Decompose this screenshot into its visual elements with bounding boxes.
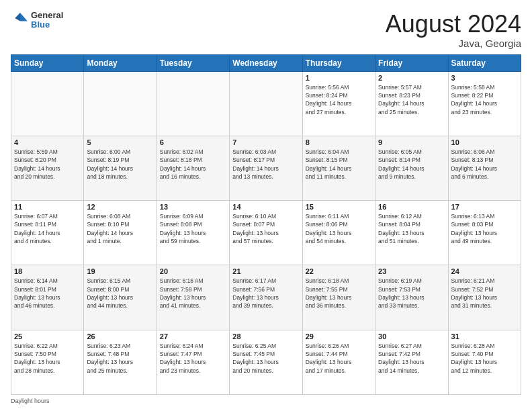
day-info: Sunrise: 6:03 AM Sunset: 8:17 PM Dayligh…: [232, 148, 299, 181]
day-number: 5: [87, 138, 153, 146]
calendar-cell: 26Sunrise: 6:23 AM Sunset: 7:48 PM Dayli…: [84, 330, 157, 394]
day-info: Sunrise: 6:17 AM Sunset: 7:56 PM Dayligh…: [232, 277, 299, 310]
day-info: Sunrise: 6:09 AM Sunset: 8:08 PM Dayligh…: [160, 212, 226, 245]
calendar-cell: 3Sunrise: 5:58 AM Sunset: 8:22 PM Daylig…: [448, 71, 521, 136]
page: General Blue August 2024 Java, Georgia S…: [0, 0, 532, 411]
calendar-week-row: 11Sunrise: 6:07 AM Sunset: 8:11 PM Dayli…: [11, 201, 521, 265]
day-number: 8: [306, 138, 372, 146]
day-number: 28: [232, 332, 299, 340]
day-number: 23: [378, 267, 445, 275]
calendar-cell: 6Sunrise: 6:02 AM Sunset: 8:18 PM Daylig…: [157, 136, 229, 200]
calendar-cell: 9Sunrise: 6:05 AM Sunset: 8:14 PM Daylig…: [375, 136, 448, 200]
calendar-cell: [84, 71, 157, 136]
calendar-cell: 14Sunrise: 6:10 AM Sunset: 8:07 PM Dayli…: [230, 201, 302, 265]
day-number: 16: [378, 203, 445, 211]
calendar-cell: [230, 71, 302, 136]
day-number: 10: [451, 138, 518, 146]
day-number: 31: [451, 332, 518, 340]
calendar-cell: 18Sunrise: 6:14 AM Sunset: 8:01 PM Dayli…: [11, 265, 84, 330]
logo-text: General Blue: [31, 11, 63, 30]
day-number: 25: [14, 332, 81, 340]
calendar-week-row: 25Sunrise: 6:22 AM Sunset: 7:50 PM Dayli…: [11, 330, 521, 394]
calendar-day-header: Tuesday: [157, 54, 229, 71]
location-title: Java, Georgia: [386, 38, 521, 49]
day-info: Sunrise: 5:59 AM Sunset: 8:20 PM Dayligh…: [14, 148, 81, 181]
day-info: Sunrise: 6:25 AM Sunset: 7:45 PM Dayligh…: [232, 342, 299, 375]
day-info: Sunrise: 6:07 AM Sunset: 8:11 PM Dayligh…: [14, 212, 81, 245]
calendar-cell: 16Sunrise: 6:12 AM Sunset: 8:04 PM Dayli…: [375, 201, 448, 265]
day-info: Sunrise: 6:05 AM Sunset: 8:14 PM Dayligh…: [378, 148, 445, 181]
calendar-cell: 23Sunrise: 6:19 AM Sunset: 7:53 PM Dayli…: [375, 265, 448, 330]
day-number: 6: [160, 138, 226, 146]
day-info: Sunrise: 6:06 AM Sunset: 8:13 PM Dayligh…: [451, 148, 518, 181]
calendar-week-row: 4Sunrise: 5:59 AM Sunset: 8:20 PM Daylig…: [11, 136, 521, 200]
day-info: Sunrise: 6:18 AM Sunset: 7:55 PM Dayligh…: [306, 277, 372, 310]
calendar-cell: 4Sunrise: 5:59 AM Sunset: 8:20 PM Daylig…: [11, 136, 84, 200]
day-info: Sunrise: 6:15 AM Sunset: 8:00 PM Dayligh…: [87, 277, 153, 310]
day-number: 4: [14, 138, 81, 146]
calendar-cell: 25Sunrise: 6:22 AM Sunset: 7:50 PM Dayli…: [11, 330, 84, 394]
day-info: Sunrise: 6:27 AM Sunset: 7:42 PM Dayligh…: [378, 342, 445, 375]
day-info: Sunrise: 6:04 AM Sunset: 8:15 PM Dayligh…: [306, 148, 372, 181]
day-info: Sunrise: 6:28 AM Sunset: 7:40 PM Dayligh…: [451, 342, 518, 375]
logo: General Blue: [11, 11, 63, 30]
calendar-day-header: Friday: [375, 54, 448, 71]
calendar-cell: 19Sunrise: 6:15 AM Sunset: 8:00 PM Dayli…: [84, 265, 157, 330]
day-info: Sunrise: 6:26 AM Sunset: 7:44 PM Dayligh…: [306, 342, 372, 375]
day-number: 21: [232, 267, 299, 275]
day-number: 29: [306, 332, 372, 340]
day-info: Sunrise: 6:13 AM Sunset: 8:03 PM Dayligh…: [451, 212, 518, 245]
day-number: 19: [87, 267, 153, 275]
calendar-cell: 22Sunrise: 6:18 AM Sunset: 7:55 PM Dayli…: [302, 265, 375, 330]
day-info: Sunrise: 6:10 AM Sunset: 8:07 PM Dayligh…: [232, 212, 299, 245]
svg-marker-0: [20, 13, 28, 21]
day-info: Sunrise: 6:24 AM Sunset: 7:47 PM Dayligh…: [160, 342, 226, 375]
day-number: 30: [378, 332, 445, 340]
calendar-cell: 11Sunrise: 6:07 AM Sunset: 8:11 PM Dayli…: [11, 201, 84, 265]
day-info: Sunrise: 6:02 AM Sunset: 8:18 PM Dayligh…: [160, 148, 226, 181]
day-info: Sunrise: 5:56 AM Sunset: 8:24 PM Dayligh…: [306, 83, 372, 116]
month-title: August 2024: [386, 11, 521, 38]
calendar-day-header: Thursday: [302, 54, 375, 71]
header: General Blue August 2024 Java, Georgia: [11, 11, 521, 49]
calendar-day-header: Wednesday: [230, 54, 302, 71]
calendar-cell: 10Sunrise: 6:06 AM Sunset: 8:13 PM Dayli…: [448, 136, 521, 200]
calendar-cell: 1Sunrise: 5:56 AM Sunset: 8:24 PM Daylig…: [302, 71, 375, 136]
day-number: 22: [306, 267, 372, 275]
calendar-cell: 31Sunrise: 6:28 AM Sunset: 7:40 PM Dayli…: [448, 330, 521, 394]
day-info: Sunrise: 6:22 AM Sunset: 7:50 PM Dayligh…: [14, 342, 81, 375]
calendar-cell: 27Sunrise: 6:24 AM Sunset: 7:47 PM Dayli…: [157, 330, 229, 394]
day-info: Sunrise: 6:00 AM Sunset: 8:19 PM Dayligh…: [87, 148, 153, 181]
day-number: 20: [160, 267, 226, 275]
day-info: Sunrise: 6:14 AM Sunset: 8:01 PM Dayligh…: [14, 277, 81, 310]
day-number: 9: [378, 138, 445, 146]
svg-marker-1: [15, 13, 20, 21]
calendar-cell: 17Sunrise: 6:13 AM Sunset: 8:03 PM Dayli…: [448, 201, 521, 265]
day-info: Sunrise: 6:08 AM Sunset: 8:10 PM Dayligh…: [87, 212, 153, 245]
calendar-cell: 20Sunrise: 6:16 AM Sunset: 7:58 PM Dayli…: [157, 265, 229, 330]
day-info: Sunrise: 5:57 AM Sunset: 8:23 PM Dayligh…: [378, 83, 445, 116]
day-info: Sunrise: 6:12 AM Sunset: 8:04 PM Dayligh…: [378, 212, 445, 245]
calendar-day-header: Saturday: [448, 54, 521, 71]
calendar-cell: 29Sunrise: 6:26 AM Sunset: 7:44 PM Dayli…: [302, 330, 375, 394]
calendar-cell: [11, 71, 84, 136]
day-info: Sunrise: 6:11 AM Sunset: 8:06 PM Dayligh…: [306, 212, 372, 245]
calendar-header-row: SundayMondayTuesdayWednesdayThursdayFrid…: [11, 54, 521, 71]
logo-blue: Blue: [31, 20, 63, 30]
calendar-day-header: Monday: [84, 54, 157, 71]
day-number: 27: [160, 332, 226, 340]
calendar-cell: 15Sunrise: 6:11 AM Sunset: 8:06 PM Dayli…: [302, 201, 375, 265]
calendar-cell: 24Sunrise: 6:21 AM Sunset: 7:52 PM Dayli…: [448, 265, 521, 330]
calendar-cell: 7Sunrise: 6:03 AM Sunset: 8:17 PM Daylig…: [230, 136, 302, 200]
day-number: 2: [378, 74, 445, 82]
calendar-cell: 2Sunrise: 5:57 AM Sunset: 8:23 PM Daylig…: [375, 71, 448, 136]
calendar-table: SundayMondayTuesdayWednesdayThursdayFrid…: [11, 54, 521, 395]
day-number: 17: [451, 203, 518, 211]
calendar-cell: 21Sunrise: 6:17 AM Sunset: 7:56 PM Dayli…: [230, 265, 302, 330]
title-block: August 2024 Java, Georgia: [386, 11, 521, 49]
day-number: 3: [451, 74, 518, 82]
day-info: Sunrise: 6:21 AM Sunset: 7:52 PM Dayligh…: [451, 277, 518, 310]
footer: Daylight hours: [11, 398, 521, 404]
calendar-cell: 28Sunrise: 6:25 AM Sunset: 7:45 PM Dayli…: [230, 330, 302, 394]
calendar-cell: 8Sunrise: 6:04 AM Sunset: 8:15 PM Daylig…: [302, 136, 375, 200]
